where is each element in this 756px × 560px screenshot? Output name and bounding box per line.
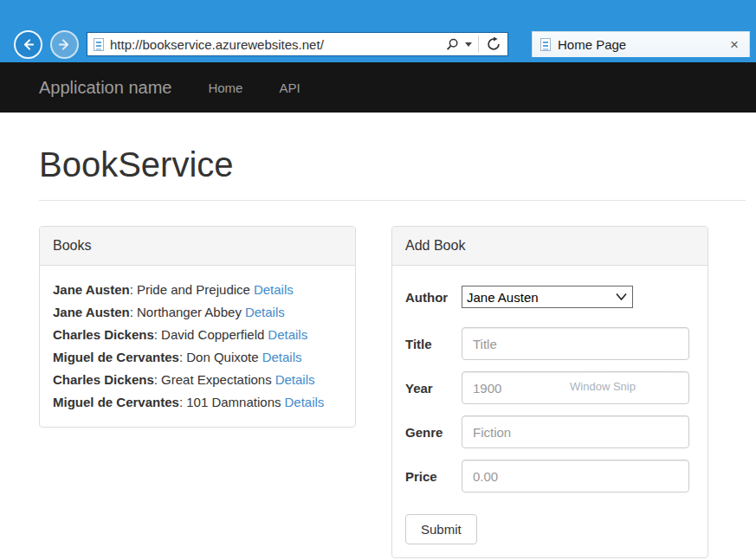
book-separator: : <box>179 350 186 364</box>
search-icon <box>446 38 459 51</box>
book-list-item: Jane Austen: Northanger AbbeyDetails <box>53 301 342 324</box>
page-icon <box>94 38 104 51</box>
genre-row: Genre <box>405 415 695 448</box>
price-row: Price <box>405 460 695 492</box>
year-label: Year <box>405 381 462 396</box>
book-details-link[interactable]: Details <box>254 282 294 297</box>
title-row: Title <box>405 327 695 360</box>
forward-arrow-icon <box>56 36 73 53</box>
add-book-form: Author Jane Austen Title <box>392 266 708 557</box>
title-label: Title <box>405 337 462 351</box>
year-input[interactable] <box>462 371 689 404</box>
book-separator: : <box>130 305 137 319</box>
panels: Books Jane Austen: Pride and PrejudiceDe… <box>39 226 746 558</box>
refresh-button[interactable] <box>485 35 502 53</box>
book-list-item: Miguel de Cervantes: Don QuixoteDetails <box>53 346 342 369</box>
address-bar-divider <box>478 35 479 53</box>
address-bar-controls <box>443 35 502 53</box>
forward-button[interactable] <box>50 30 79 59</box>
book-title: 101 Damnations <box>186 395 281 409</box>
back-arrow-icon <box>20 36 36 53</box>
price-label: Price <box>405 469 462 484</box>
add-book-panel-title: Add Book <box>392 227 708 266</box>
book-separator: : <box>179 395 186 409</box>
book-separator: : <box>154 372 161 387</box>
genre-input[interactable] <box>462 415 689 448</box>
genre-label: Genre <box>405 425 462 440</box>
books-panel-title: Books <box>40 227 355 266</box>
book-title: Don Quixote <box>186 350 258 364</box>
browser-toolbar: http://bookservice.azurewebsites.net/ <box>0 31 756 57</box>
url-text[interactable]: http://bookservice.azurewebsites.net/ <box>110 37 443 52</box>
book-author: Jane Austen <box>53 305 130 319</box>
book-details-link[interactable]: Details <box>284 395 324 409</box>
browser-chrome: http://bookservice.azurewebsites.net/ <box>0 0 756 62</box>
tab-title: Home Page <box>558 37 626 52</box>
book-list: Jane Austen: Pride and PrejudiceDetails … <box>40 266 355 427</box>
divider <box>39 200 746 201</box>
author-row: Author Jane Austen <box>405 286 695 308</box>
book-title: Great Expectations <box>161 372 272 387</box>
author-select[interactable]: Jane Austen <box>462 286 633 308</box>
page-title: BookService <box>39 145 746 184</box>
author-select-wrap: Jane Austen <box>462 286 633 308</box>
book-author: Charles Dickens <box>53 327 154 342</box>
book-author: Jane Austen <box>53 282 130 297</box>
price-input[interactable] <box>462 460 689 492</box>
author-label: Author <box>405 290 462 305</box>
tab-page-icon <box>540 38 551 51</box>
year-row: Year <box>405 371 695 404</box>
book-title: Northanger Abbey <box>137 305 242 319</box>
app-navbar: Application name Home API <box>0 62 756 113</box>
book-list-item: Jane Austen: Pride and PrejudiceDetails <box>53 279 342 301</box>
address-bar[interactable]: http://bookservice.azurewebsites.net/ <box>87 32 508 56</box>
book-details-link[interactable]: Details <box>268 327 307 342</box>
browser-tab[interactable]: Home Page × <box>532 31 750 57</box>
refresh-icon <box>487 37 501 51</box>
back-button[interactable] <box>14 30 42 59</box>
add-book-panel: Add Book Author Jane Austen Title <box>391 226 708 558</box>
book-author: Miguel de Cervantes <box>53 350 179 364</box>
book-separator: : <box>154 327 161 342</box>
books-panel: Books Jane Austen: Pride and PrejudiceDe… <box>39 226 356 428</box>
submit-button[interactable]: Submit <box>405 514 477 544</box>
book-list-item: Charles Dickens: David CopperfieldDetail… <box>53 324 342 346</box>
book-author: Miguel de Cervantes <box>53 395 179 409</box>
book-title: David Copperfield <box>161 327 264 342</box>
nav-link-api[interactable]: API <box>279 80 300 95</box>
tab-close-icon[interactable]: × <box>727 37 741 52</box>
book-details-link[interactable]: Details <box>245 305 285 319</box>
book-author: Charles Dickens <box>53 372 154 387</box>
book-details-link[interactable]: Details <box>262 350 302 364</box>
book-list-item: Miguel de Cervantes: 101 DamnationsDetai… <box>53 391 342 414</box>
nav-link-home[interactable]: Home <box>208 80 242 95</box>
search-button[interactable] <box>443 36 462 53</box>
search-dropdown-chevron-icon[interactable] <box>465 42 472 47</box>
title-input[interactable] <box>462 327 689 360</box>
page-content: BookService Books Jane Austen: Pride and… <box>0 145 756 558</box>
book-details-link[interactable]: Details <box>275 372 315 387</box>
book-list-item: Charles Dickens: Great ExpectationsDetai… <box>53 369 342 391</box>
book-title: Pride and Prejudice <box>137 282 250 297</box>
book-separator: : <box>130 282 137 297</box>
navbar-brand[interactable]: Application name <box>39 78 171 98</box>
